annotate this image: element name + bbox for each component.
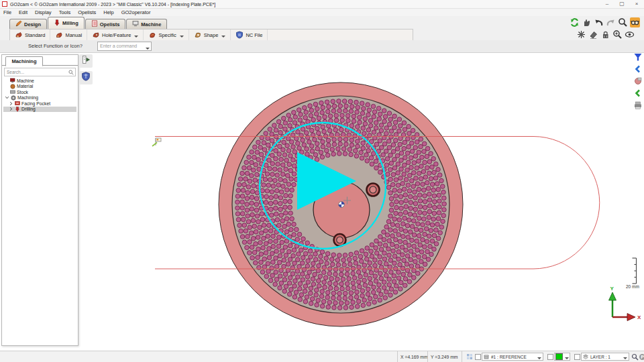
tab-machining[interactable]: Machining (5, 56, 43, 66)
prompt-label: Select Function or Icon? (28, 40, 83, 52)
color-checkbox[interactable] (547, 354, 553, 360)
standard-button[interactable]: Standard (10, 29, 50, 41)
expand-arrow-icon[interactable] (5, 95, 9, 100)
chevron-down-icon (180, 36, 184, 38)
close-button[interactable]: × (629, 0, 644, 8)
search-icon (68, 70, 74, 75)
drilling-icon (15, 107, 20, 112)
zoom-layer-icon[interactable] (631, 353, 639, 361)
menu-item-opelists[interactable]: Opelists (78, 9, 96, 15)
chevron-down-icon (537, 357, 541, 359)
pan-icon[interactable] (582, 17, 592, 27)
tree-item-facing-pocket[interactable]: Facing Pocket (3, 101, 76, 107)
y-axis-label: Y (610, 286, 614, 292)
clean-icon[interactable] (600, 29, 610, 40)
hole-feature-button[interactable]: Hole/Feature (87, 29, 144, 41)
maximize-button[interactable]: ▢ (614, 0, 629, 8)
sync-icon[interactable] (570, 17, 580, 27)
undo-icon[interactable] (594, 17, 604, 27)
chevron-down-icon (221, 36, 225, 38)
machining-panel: Machining Search... MachineMaterialStock… (1, 54, 78, 346)
tree-item-machining[interactable]: Machining (3, 95, 76, 101)
milling-icon (54, 19, 60, 27)
shape-button[interactable]: Shape (189, 29, 231, 41)
reference-checkbox[interactable] (475, 354, 481, 360)
collapse-green-icon[interactable] (633, 88, 643, 98)
view-toolbar-row2 (576, 29, 635, 40)
shield-icon (81, 72, 91, 84)
collapse-blue-icon[interactable] (633, 64, 643, 74)
tab-milling[interactable]: Milling (48, 17, 85, 29)
color-swatch (555, 353, 563, 360)
part-drawing (219, 82, 463, 326)
machine-icon (132, 20, 139, 28)
search-input[interactable]: Search... (4, 68, 76, 76)
design-icon (15, 20, 22, 28)
tab-opelists[interactable]: Opelists (85, 19, 126, 29)
shield-button[interactable] (79, 71, 93, 84)
goggles-icon[interactable] (630, 17, 640, 27)
machine-print-icon[interactable] (633, 101, 643, 110)
window-titlebar: GO2cam < © GO2cam International 2009 - 2… (0, 0, 644, 9)
nc-file-icon (235, 31, 244, 40)
menu-item-help[interactable]: Help (103, 9, 113, 15)
grid-snap-icon[interactable] (466, 353, 473, 361)
app-icon (2, 1, 7, 7)
specific-button[interactable]: Specific (144, 29, 189, 41)
reference-dropdown[interactable]: #1 : REFERENCE (482, 353, 543, 361)
menu-bar: FileEditDisplayToolsOpelistsHelpGO2opera… (0, 9, 644, 16)
tree-item-material[interactable]: Material (3, 84, 76, 90)
collapse-arrow-icon[interactable] (9, 107, 13, 111)
reference-value: #1 : REFERENCE (491, 355, 527, 359)
part-icon[interactable] (633, 76, 643, 86)
reference-icon (484, 354, 489, 359)
zoom-plus-icon[interactable] (612, 29, 623, 40)
view-toolbar-row1 (570, 17, 640, 27)
tree-item-stock[interactable]: Stock (3, 89, 76, 95)
zoom-icon[interactable] (618, 17, 628, 27)
eye-icon[interactable] (625, 29, 635, 40)
command-combobox[interactable]: Enter a command (97, 42, 152, 51)
collapse-arrow-icon[interactable] (9, 101, 13, 106)
window-title: GO2cam < © GO2cam International 2009 - 2… (10, 2, 215, 7)
layer-dropdown[interactable]: LAYER : 1 (581, 353, 629, 361)
layers-icon (583, 354, 588, 359)
right-toolbar (633, 52, 643, 110)
tree-item-drilling[interactable]: Drilling (3, 107, 76, 113)
hole-feature-icon (92, 31, 100, 40)
standard-tool-icon (15, 31, 23, 40)
filter-icon[interactable] (633, 52, 643, 62)
search-placeholder: Search... (7, 70, 24, 74)
nc-file-button[interactable]: NC File (231, 29, 268, 41)
manual-button[interactable]: Manual (50, 29, 87, 41)
operation-list-icon (81, 55, 91, 67)
layer-checkbox[interactable] (574, 354, 580, 360)
machining-icon (11, 95, 16, 101)
minimize-button[interactable]: – (600, 0, 614, 8)
command-placeholder: Enter a command (100, 44, 137, 48)
x-axis-label: X (637, 314, 641, 320)
render-icon[interactable] (576, 29, 586, 40)
side-mini-toolbar (78, 54, 94, 89)
opelists-icon (91, 20, 98, 28)
svg-text:P: P (641, 355, 644, 359)
menu-item-edit[interactable]: Edit (19, 9, 28, 15)
menu-item-go2operator[interactable]: GO2operator (121, 9, 151, 15)
help-icon[interactable]: P (639, 353, 644, 361)
status-bar: X =4.169 mm Y =3.249 mm #1 : REFERENCE L… (0, 351, 644, 362)
chevron-down-icon (623, 357, 627, 359)
color-dropdown[interactable] (554, 353, 570, 361)
x-coordinate: X =4.169 mm (397, 351, 427, 362)
tree-item-machine[interactable]: Machine (3, 78, 76, 84)
cad-viewport[interactable]: 20 mmYX (77, 53, 644, 351)
redo-icon[interactable] (606, 17, 616, 27)
menu-item-tools[interactable]: Tools (59, 9, 71, 15)
layer-value: LAYER : 1 (590, 355, 610, 359)
menu-item-file[interactable]: File (3, 9, 11, 15)
tab-machine[interactable]: Machine (126, 19, 167, 29)
menu-item-display[interactable]: Display (35, 9, 52, 15)
y-coordinate: Y =3.249 mm (427, 351, 462, 362)
eraser-icon[interactable] (588, 29, 598, 40)
tab-design[interactable]: Design (9, 19, 47, 29)
operation-list-button[interactable] (79, 54, 93, 68)
